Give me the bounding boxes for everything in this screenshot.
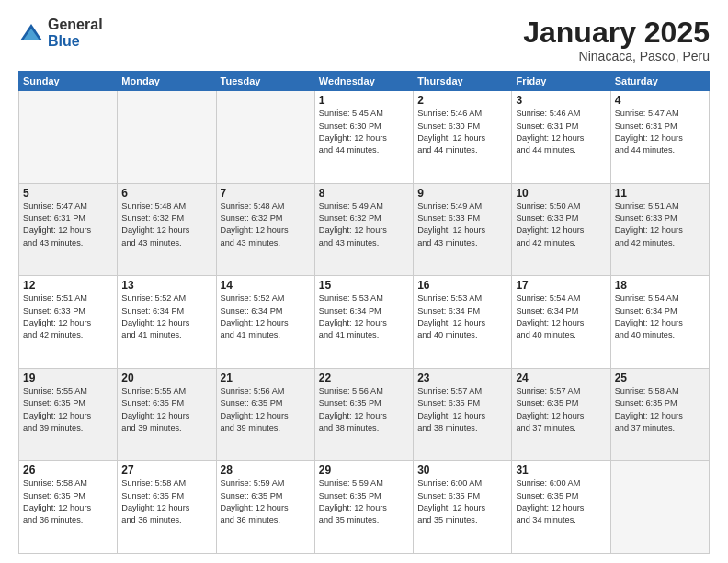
calendar-week-row: 26Sunrise: 5:58 AMSunset: 6:35 PMDayligh… [19,461,710,554]
table-row: 30Sunrise: 6:00 AMSunset: 6:35 PMDayligh… [414,461,512,554]
day-info: Sunrise: 5:58 AMSunset: 6:35 PMDaylight:… [615,385,705,434]
day-number: 3 [516,94,606,107]
day-info: Sunrise: 5:54 AMSunset: 6:34 PMDaylight:… [516,293,606,341]
day-info: Sunrise: 5:54 AMSunset: 6:34 PMDaylight:… [615,293,705,341]
table-row: 21Sunrise: 5:56 AMSunset: 6:35 PMDayligh… [216,368,314,461]
table-row [19,91,118,184]
day-info: Sunrise: 5:53 AMSunset: 6:34 PMDaylight:… [417,293,507,341]
table-row: 12Sunrise: 5:51 AMSunset: 6:33 PMDayligh… [19,276,118,369]
day-number: 19 [23,372,113,385]
calendar-week-row: 12Sunrise: 5:51 AMSunset: 6:33 PMDayligh… [19,276,710,369]
day-info: Sunrise: 6:00 AMSunset: 6:35 PMDaylight:… [516,477,606,526]
day-number: 29 [319,464,409,477]
day-number: 7 [221,187,311,200]
table-row: 9Sunrise: 5:49 AMSunset: 6:33 PMDaylight… [414,183,512,276]
day-number: 9 [417,187,507,200]
calendar-header-row: Sunday Monday Tuesday Wednesday Thursday… [19,72,710,91]
col-thursday: Thursday [414,72,512,91]
table-row: 27Sunrise: 5:58 AMSunset: 6:35 PMDayligh… [118,461,216,554]
table-row: 5Sunrise: 5:47 AMSunset: 6:31 PMDaylight… [19,183,118,276]
table-row: 17Sunrise: 5:54 AMSunset: 6:34 PMDayligh… [512,276,610,369]
col-tuesday: Tuesday [216,72,314,91]
day-number: 5 [23,187,113,200]
day-info: Sunrise: 5:49 AMSunset: 6:32 PMDaylight:… [319,201,409,249]
day-number: 10 [516,187,606,200]
day-number: 22 [319,372,409,385]
table-row: 24Sunrise: 5:57 AMSunset: 6:35 PMDayligh… [512,368,610,461]
day-info: Sunrise: 5:51 AMSunset: 6:33 PMDaylight:… [23,293,113,341]
day-info: Sunrise: 5:59 AMSunset: 6:35 PMDaylight:… [319,477,409,526]
day-info: Sunrise: 5:55 AMSunset: 6:35 PMDaylight:… [23,385,113,434]
calendar-week-row: 5Sunrise: 5:47 AMSunset: 6:31 PMDaylight… [19,183,710,276]
day-number: 17 [516,279,606,292]
day-number: 30 [417,464,507,477]
table-row: 29Sunrise: 5:59 AMSunset: 6:35 PMDayligh… [314,461,413,554]
table-row: 31Sunrise: 6:00 AMSunset: 6:35 PMDayligh… [512,461,610,554]
day-info: Sunrise: 5:58 AMSunset: 6:35 PMDaylight:… [23,477,113,526]
day-info: Sunrise: 5:59 AMSunset: 6:35 PMDaylight:… [221,477,311,526]
table-row: 16Sunrise: 5:53 AMSunset: 6:34 PMDayligh… [414,276,512,369]
table-row [118,91,216,184]
day-info: Sunrise: 5:56 AMSunset: 6:35 PMDaylight:… [319,385,409,434]
table-row: 7Sunrise: 5:48 AMSunset: 6:32 PMDaylight… [216,183,314,276]
day-number: 23 [417,372,507,385]
day-number: 14 [221,279,311,292]
table-row [216,91,314,184]
table-row: 20Sunrise: 5:55 AMSunset: 6:35 PMDayligh… [118,368,216,461]
table-row: 1Sunrise: 5:45 AMSunset: 6:30 PMDaylight… [314,91,413,184]
day-info: Sunrise: 5:45 AMSunset: 6:30 PMDaylight:… [319,108,409,156]
table-row: 26Sunrise: 5:58 AMSunset: 6:35 PMDayligh… [19,461,118,554]
calendar-week-row: 1Sunrise: 5:45 AMSunset: 6:30 PMDaylight… [19,91,710,184]
table-row: 19Sunrise: 5:55 AMSunset: 6:35 PMDayligh… [19,368,118,461]
day-info: Sunrise: 5:52 AMSunset: 6:34 PMDaylight:… [221,293,311,341]
col-wednesday: Wednesday [314,72,413,91]
day-number: 21 [221,372,311,385]
day-info: Sunrise: 5:50 AMSunset: 6:33 PMDaylight:… [516,201,606,249]
table-row: 13Sunrise: 5:52 AMSunset: 6:34 PMDayligh… [118,276,216,369]
table-row: 18Sunrise: 5:54 AMSunset: 6:34 PMDayligh… [610,276,709,369]
table-row: 11Sunrise: 5:51 AMSunset: 6:33 PMDayligh… [610,183,709,276]
day-info: Sunrise: 5:52 AMSunset: 6:34 PMDaylight:… [121,293,211,341]
day-number: 4 [615,94,705,107]
header: General Blue January 2025 Ninacaca, Pasc… [18,17,710,63]
calendar-week-row: 19Sunrise: 5:55 AMSunset: 6:35 PMDayligh… [19,368,710,461]
table-row: 15Sunrise: 5:53 AMSunset: 6:34 PMDayligh… [314,276,413,369]
day-info: Sunrise: 5:58 AMSunset: 6:35 PMDaylight:… [121,477,211,526]
day-number: 24 [516,372,606,385]
day-number: 28 [221,464,311,477]
day-number: 2 [417,94,507,107]
day-info: Sunrise: 5:57 AMSunset: 6:35 PMDaylight:… [417,385,507,434]
table-row: 8Sunrise: 5:49 AMSunset: 6:32 PMDaylight… [314,183,413,276]
day-number: 27 [121,464,211,477]
day-number: 12 [23,279,113,292]
table-row: 22Sunrise: 5:56 AMSunset: 6:35 PMDayligh… [314,368,413,461]
table-row: 23Sunrise: 5:57 AMSunset: 6:35 PMDayligh… [414,368,512,461]
table-row: 3Sunrise: 5:46 AMSunset: 6:31 PMDaylight… [512,91,610,184]
day-info: Sunrise: 5:56 AMSunset: 6:35 PMDaylight:… [221,385,311,434]
table-row: 10Sunrise: 5:50 AMSunset: 6:33 PMDayligh… [512,183,610,276]
logo-blue: Blue [48,33,103,50]
col-saturday: Saturday [610,72,709,91]
day-number: 6 [121,187,211,200]
logo: General Blue [18,17,103,49]
day-number: 18 [615,279,705,292]
day-number: 31 [516,464,606,477]
day-info: Sunrise: 5:46 AMSunset: 6:31 PMDaylight:… [516,108,606,156]
table-row: 6Sunrise: 5:48 AMSunset: 6:32 PMDaylight… [118,183,216,276]
day-info: Sunrise: 5:48 AMSunset: 6:32 PMDaylight:… [221,201,311,249]
day-number: 8 [319,187,409,200]
day-info: Sunrise: 5:47 AMSunset: 6:31 PMDaylight:… [615,108,705,156]
day-number: 20 [121,372,211,385]
title-block: January 2025 Ninacaca, Pasco, Peru [523,17,710,63]
day-info: Sunrise: 5:49 AMSunset: 6:33 PMDaylight:… [417,201,507,249]
col-friday: Friday [512,72,610,91]
logo-text: General Blue [48,17,103,49]
day-info: Sunrise: 5:51 AMSunset: 6:33 PMDaylight:… [615,201,705,249]
day-info: Sunrise: 5:53 AMSunset: 6:34 PMDaylight:… [319,293,409,341]
day-info: Sunrise: 5:55 AMSunset: 6:35 PMDaylight:… [121,385,211,434]
day-info: Sunrise: 5:48 AMSunset: 6:32 PMDaylight:… [121,201,211,249]
calendar-table: Sunday Monday Tuesday Wednesday Thursday… [18,71,710,554]
day-info: Sunrise: 6:00 AMSunset: 6:35 PMDaylight:… [417,477,507,526]
day-info: Sunrise: 5:46 AMSunset: 6:30 PMDaylight:… [417,108,507,156]
day-number: 15 [319,279,409,292]
